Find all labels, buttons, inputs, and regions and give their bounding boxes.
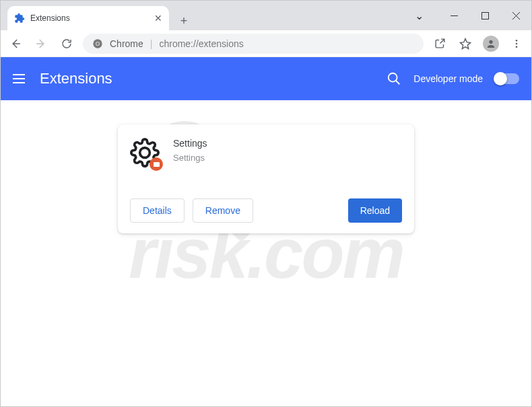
back-button[interactable] xyxy=(6,34,25,53)
window-close-button[interactable] xyxy=(500,5,531,26)
svg-line-12 xyxy=(396,81,400,85)
browser-tab[interactable]: Extensions ✕ xyxy=(7,6,169,30)
svg-point-10 xyxy=(516,46,518,48)
svg-point-6 xyxy=(96,42,99,45)
remove-button[interactable]: Remove xyxy=(193,198,253,223)
kebab-menu-icon[interactable] xyxy=(507,34,526,53)
profile-avatar[interactable] xyxy=(481,34,500,53)
extensions-list: Settings Settings Details Remove Reload xyxy=(1,100,531,233)
extension-name: Settings xyxy=(173,138,207,149)
browser-toolbar: Chrome | chrome://extensions xyxy=(1,30,531,57)
new-tab-button[interactable]: + xyxy=(174,11,193,30)
extensions-header: Extensions Developer mode xyxy=(1,57,531,100)
error-badge-icon xyxy=(149,157,163,171)
developer-mode-label: Developer mode xyxy=(413,73,483,84)
reload-extension-button[interactable]: Reload xyxy=(348,198,402,223)
tab-close-button[interactable]: ✕ xyxy=(154,13,162,24)
hamburger-menu-button[interactable] xyxy=(13,74,25,83)
omnibox-prefix: Chrome xyxy=(110,38,143,49)
extension-card: Settings Settings Details Remove Reload xyxy=(118,124,414,233)
extension-icon xyxy=(130,138,160,168)
svg-point-8 xyxy=(516,40,518,42)
forward-button[interactable] xyxy=(32,34,51,53)
search-icon[interactable] xyxy=(387,71,401,86)
svg-rect-1 xyxy=(481,12,488,19)
window-controls: ⌄ xyxy=(403,1,531,30)
svg-point-9 xyxy=(516,42,518,44)
window-minimize-button[interactable] xyxy=(438,5,469,26)
chevron-down-icon[interactable]: ⌄ xyxy=(403,5,434,26)
window-maximize-button[interactable] xyxy=(469,5,500,26)
extension-subtitle: Settings xyxy=(173,153,207,163)
browser-tab-strip: Extensions ✕ + ⌄ xyxy=(1,1,531,30)
developer-mode-toggle[interactable] xyxy=(495,73,519,84)
reload-page-button[interactable] xyxy=(57,34,76,53)
details-button[interactable]: Details xyxy=(130,198,185,223)
share-icon[interactable] xyxy=(430,34,449,53)
omnibox-url: chrome://extensions xyxy=(159,38,243,49)
bookmark-star-icon[interactable] xyxy=(456,34,475,53)
tab-title: Extensions xyxy=(30,13,149,23)
chrome-logo-icon xyxy=(92,38,103,49)
extension-puzzle-icon xyxy=(14,13,25,24)
omnibox-separator: | xyxy=(150,38,153,49)
svg-point-7 xyxy=(489,40,492,43)
svg-point-11 xyxy=(389,73,397,82)
page-title: Extensions xyxy=(40,70,112,87)
address-bar[interactable]: Chrome | chrome://extensions xyxy=(83,34,424,54)
